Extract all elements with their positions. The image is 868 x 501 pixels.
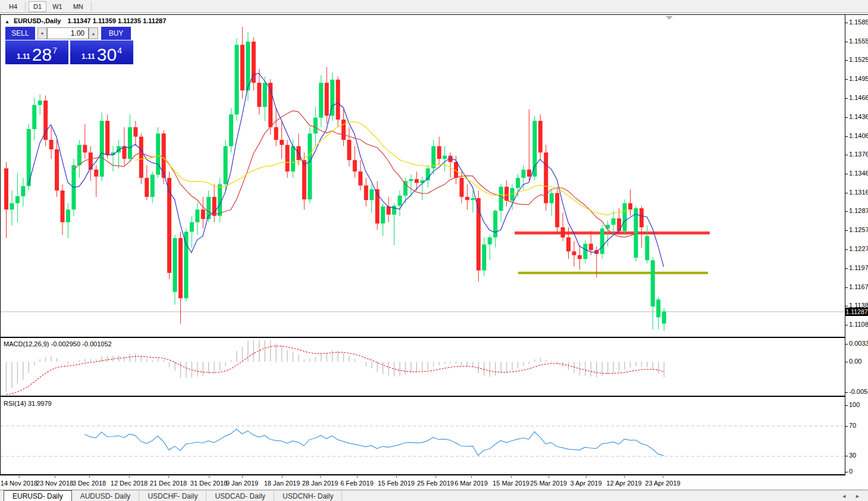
axis-tick	[845, 211, 848, 212]
axis-tick	[845, 230, 848, 231]
price-axis-label: 1.14060	[849, 132, 868, 139]
price-axis-label: 1.12570	[849, 226, 868, 233]
date-tick	[19, 476, 20, 478]
macd-axis-label: 0.00	[849, 358, 861, 365]
sell-button[interactable]: SELL	[5, 27, 35, 40]
rsi-axis-label: 30	[849, 452, 856, 459]
toolbar-separator	[25, 2, 26, 11]
axis-tick	[845, 426, 848, 427]
tab-usdchf-daily[interactable]: USDCHF- Daily	[139, 490, 206, 501]
lot-size-input[interactable]	[47, 27, 89, 39]
price-axis-label: 1.13465	[849, 170, 868, 177]
date-axis-label: 15 Feb 2019	[378, 480, 415, 487]
date-tick	[55, 476, 55, 478]
price-axis-label: 1.14660	[849, 94, 868, 101]
date-axis-label: 31 Dec 2018	[190, 480, 227, 487]
rsi-indicator-label: RSI(14) 31.9979	[4, 400, 52, 407]
axis-tick	[845, 268, 848, 269]
date-tick	[549, 476, 549, 478]
rsi-axis-label: 0	[849, 468, 853, 475]
axis-tick	[845, 174, 848, 174]
date-tick	[320, 476, 321, 478]
timeframe-h4-button[interactable]: H4	[4, 1, 22, 12]
one-click-trading-panel: SELL ▼ ▲ BUY 1.11 28 7 1.11 30 4	[5, 26, 136, 65]
axis-tick	[845, 249, 848, 250]
toolbar-separator	[91, 2, 92, 11]
date-tick	[129, 476, 130, 478]
axis-tick	[845, 456, 848, 456]
date-tick	[357, 476, 358, 478]
date-tick	[282, 476, 283, 478]
date-axis-label: 21 Dec 2018	[150, 480, 187, 487]
price-axis-label: 1.15850	[849, 18, 868, 26]
axis-tick	[845, 79, 848, 80]
date-tick	[168, 476, 169, 478]
chart-ohlc-values: 1.11347 1.11359 1.11235 1.11287	[68, 17, 167, 24]
symbol-tab-bar: EURUSD- Daily AUDUSD- Daily USDCHF- Dail…	[0, 490, 868, 501]
tab-usdcnh-daily[interactable]: USDCNH- Daily	[274, 490, 342, 501]
current-price-badge: 1.11287	[845, 308, 868, 316]
date-tick	[471, 476, 472, 478]
timeframe-d1-button[interactable]: D1	[29, 1, 46, 12]
date-tick	[242, 476, 243, 478]
collapse-triangle-icon[interactable]: ▲	[5, 19, 10, 24]
date-axis-label: 25 Feb 2019	[417, 480, 454, 487]
date-tick	[624, 476, 625, 478]
tab-usdcad-daily[interactable]: USDCAD- Daily	[206, 490, 274, 501]
tab-scroll-left-icon[interactable]: ◄	[841, 493, 847, 499]
price-axis-label: 1.11080	[849, 321, 868, 328]
axis-tick	[845, 306, 848, 306]
date-axis-label: 23 Apr 2019	[645, 480, 680, 487]
sell-price-display[interactable]: 1.11 28 7	[5, 40, 68, 64]
timeframe-w1-button[interactable]: W1	[48, 1, 67, 12]
date-axis-label: 6 Mar 2019	[455, 480, 488, 487]
axis-tick	[845, 117, 848, 118]
axis-tick	[845, 472, 848, 472]
rsi-axis-label: 70	[849, 422, 856, 429]
tab-eurusd-daily[interactable]: EURUSD- Daily	[4, 490, 72, 501]
axis-tick	[845, 155, 848, 155]
date-axis[interactable]: 14 Nov 201823 Nov 20183 Dec 201812 Dec 2…	[0, 475, 845, 490]
date-axis-label: 25 Mar 2019	[530, 480, 567, 487]
sell-price-big: 28	[32, 47, 52, 62]
date-axis-label: 3 Dec 2018	[73, 480, 106, 487]
macd-chart-canvas[interactable]	[0, 338, 845, 396]
lot-increase-button[interactable]: ▲	[89, 27, 98, 39]
date-axis-label: 18 Jan 2019	[264, 480, 300, 487]
rsi-chart-canvas[interactable]	[0, 397, 845, 474]
lot-decrease-button[interactable]: ▼	[37, 27, 47, 39]
price-axis-label: 1.15255	[849, 56, 868, 63]
macd-axis-label: -0.005663	[849, 388, 868, 395]
macd-axis-label: 0.003383	[849, 340, 868, 347]
price-axis-label: 1.12870	[849, 207, 868, 214]
sell-price-base: 1.11	[17, 52, 30, 61]
buy-price-pip: 4	[117, 46, 122, 55]
date-axis-label: 14 Nov 2018	[1, 480, 37, 487]
axis-tick	[845, 60, 848, 61]
price-axis-label: 1.15550	[849, 37, 868, 45]
buy-price-base: 1.11	[82, 52, 95, 61]
timeframe-toolbar: H4 D1 W1 MN	[0, 0, 868, 13]
axis-tick	[845, 405, 848, 406]
tab-scroll-right-icon[interactable]: ►	[855, 493, 860, 499]
buy-button[interactable]: BUY	[101, 27, 131, 40]
buy-price-display[interactable]: 1.11 30 4	[70, 40, 133, 64]
rsi-axis-label: 100	[849, 401, 860, 408]
axis-tick	[845, 362, 848, 362]
date-tick	[209, 476, 209, 478]
date-axis-label: 28 Jan 2019	[302, 480, 339, 487]
chart-title: ▲ EURUSD-,Daily 1.11347 1.11359 1.11235 …	[5, 17, 166, 24]
date-tick	[663, 476, 663, 478]
date-tick	[435, 476, 436, 478]
sell-price-pip: 7	[52, 46, 57, 55]
axis-tick	[845, 344, 848, 345]
axis-tick	[845, 23, 848, 23]
tab-audusd-daily[interactable]: AUDUSD- Daily	[72, 490, 140, 501]
buy-price-big: 30	[97, 47, 117, 62]
timeframe-mn-button[interactable]: MN	[68, 1, 88, 12]
date-axis-label: 3 Apr 2019	[570, 480, 601, 487]
date-axis-label: 12 Apr 2019	[606, 480, 641, 487]
price-axis[interactable]: 1.11287 1.158501.155501.152551.149551.14…	[845, 0, 868, 501]
date-tick	[586, 476, 587, 478]
price-axis-label: 1.13165	[849, 189, 868, 196]
